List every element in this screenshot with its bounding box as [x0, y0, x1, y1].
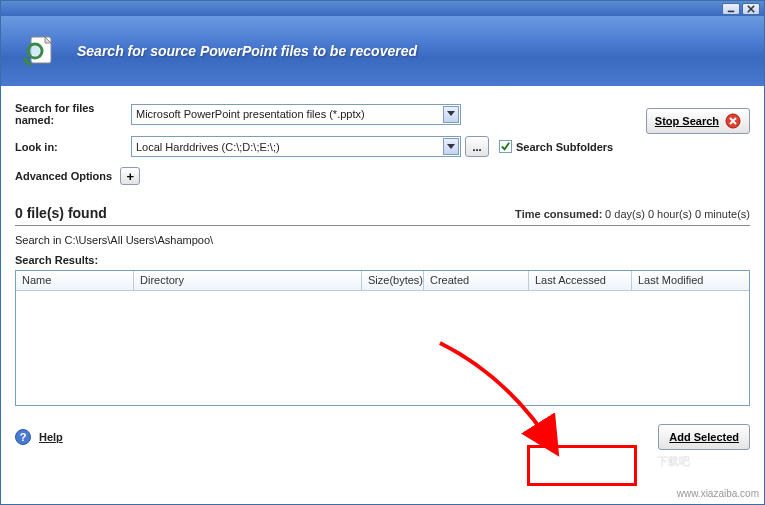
look-in-select[interactable]: Local Harddrives (C:\;D:\;E:\;) — [131, 136, 461, 157]
file-type-select[interactable]: Microsoft PowerPoint presentation files … — [131, 104, 461, 125]
svg-point-4 — [30, 46, 40, 56]
column-last-modified[interactable]: Last Modified — [632, 271, 749, 291]
close-button[interactable] — [742, 3, 760, 15]
look-in-label: Look in: — [15, 141, 131, 153]
column-name[interactable]: Name — [16, 271, 134, 291]
column-created[interactable]: Created — [424, 271, 529, 291]
column-size[interactable]: Size(bytes) — [362, 271, 424, 291]
minimize-icon — [727, 5, 735, 13]
titlebar — [1, 1, 764, 16]
close-icon — [747, 5, 755, 13]
subfolders-checkbox[interactable] — [499, 140, 512, 153]
stop-search-label: Stop Search — [655, 115, 719, 127]
minimize-button[interactable] — [722, 3, 740, 15]
subfolders-label: Search Subfolders — [516, 141, 613, 153]
files-found-count: 0 file(s) found — [15, 205, 107, 221]
search-doc-icon — [21, 33, 57, 69]
add-selected-label: Add Selected — [669, 431, 739, 443]
column-last-accessed[interactable]: Last Accessed — [529, 271, 632, 291]
svg-rect-3 — [22, 57, 32, 67]
check-icon — [500, 141, 511, 152]
column-directory[interactable]: Directory — [134, 271, 362, 291]
advanced-expand-button[interactable]: + — [120, 167, 140, 185]
header-banner: Search for source PowerPoint files to be… — [1, 16, 764, 86]
results-body[interactable] — [16, 291, 749, 405]
content-area: Search for files named: Microsoft PowerP… — [1, 86, 764, 504]
help-icon: ? — [15, 429, 31, 445]
advanced-options-label: Advanced Options — [15, 170, 112, 182]
stop-search-button[interactable]: Stop Search — [646, 108, 750, 134]
chevron-down-icon — [443, 138, 459, 155]
look-in-value: Local Harddrives (C:\;D:\;E:\;) — [136, 141, 443, 153]
stop-icon — [725, 113, 741, 129]
time-consumed-label: Time consumed: — [515, 208, 602, 220]
file-type-value: Microsoft PowerPoint presentation files … — [136, 108, 443, 120]
chevron-down-icon — [443, 106, 459, 123]
browse-button[interactable]: ... — [465, 136, 489, 157]
results-label: Search Results: — [15, 254, 750, 266]
app-window: Search for source PowerPoint files to be… — [0, 0, 765, 505]
svg-rect-0 — [728, 10, 734, 12]
results-header: Name Directory Size(bytes) Created Last … — [16, 271, 749, 291]
time-consumed: Time consumed: 0 day(s) 0 hour(s) 0 minu… — [515, 208, 750, 220]
search-path: Search in C:\Users\All Users\Ashampoo\ — [15, 234, 750, 246]
add-selected-button[interactable]: Add Selected — [658, 424, 750, 450]
page-title: Search for source PowerPoint files to be… — [77, 43, 417, 59]
search-files-label: Search for files named: — [15, 102, 131, 126]
help-label: Help — [39, 431, 63, 443]
time-consumed-value: 0 day(s) 0 hour(s) 0 minute(s) — [605, 208, 750, 220]
help-link[interactable]: ? Help — [15, 429, 63, 445]
results-table: Name Directory Size(bytes) Created Last … — [15, 270, 750, 406]
